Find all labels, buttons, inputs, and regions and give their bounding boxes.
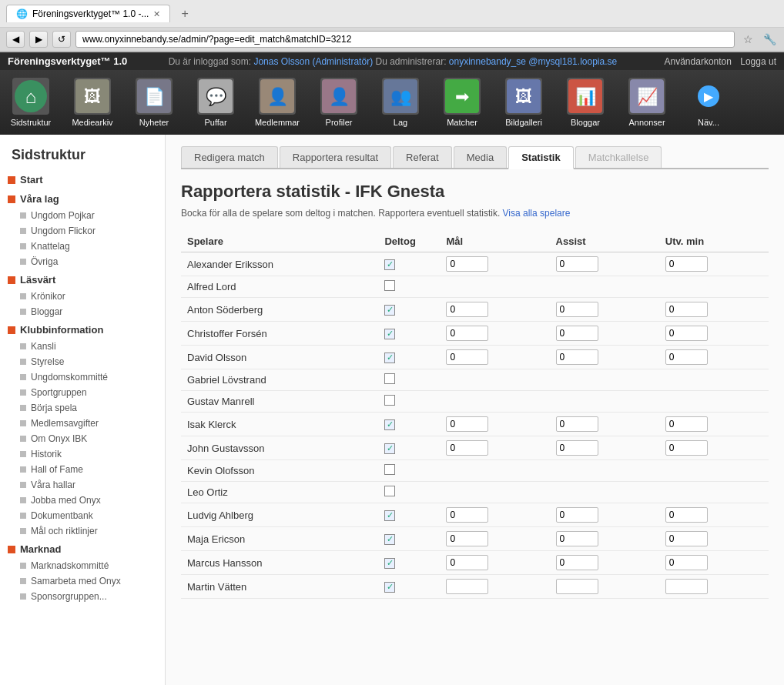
nav-item-bildgalleri[interactable]: 🖼Bildgalleri bbox=[493, 75, 554, 130]
utv-input-4[interactable] bbox=[665, 349, 708, 365]
assist-input-4[interactable] bbox=[556, 349, 598, 365]
mal-input-8[interactable] bbox=[446, 440, 488, 456]
nav-item-mediearkiv[interactable]: 🖼Mediearkiv bbox=[62, 75, 123, 130]
sidebar-item-sportgruppen[interactable]: Sportgruppen bbox=[0, 385, 165, 400]
mal-input-14[interactable] bbox=[446, 579, 488, 594]
utv-input-13[interactable] bbox=[665, 555, 708, 570]
bookmark-icon[interactable]: ☆ bbox=[739, 31, 756, 48]
sidebar-item-historik[interactable]: Historik bbox=[0, 446, 165, 462]
nav-item-medlemmar[interactable]: 👤Medlemmar bbox=[246, 75, 308, 130]
sidebar-item-om-onyx-ibk[interactable]: Om Onyx IBK bbox=[0, 431, 165, 446]
sidebar-item-kansli[interactable]: Kansli bbox=[0, 339, 165, 354]
assist-input-13[interactable] bbox=[556, 555, 598, 570]
sidebar-item-sponsorgruppen[interactable]: Sponsorgruppen... bbox=[0, 589, 165, 604]
utv-input-7[interactable] bbox=[665, 416, 708, 432]
sidebar-item-bloggar[interactable]: Bloggar bbox=[0, 304, 165, 319]
deltog-checkbox-1[interactable] bbox=[384, 280, 395, 291]
deltog-checkbox-2[interactable]: ✓ bbox=[384, 305, 395, 316]
mal-input-3[interactable] bbox=[446, 326, 488, 341]
assist-input-2[interactable] bbox=[556, 302, 598, 317]
sidebar-item-ovriga[interactable]: Övriga bbox=[0, 254, 165, 269]
deltog-checkbox-5[interactable] bbox=[384, 373, 395, 384]
assist-input-12[interactable] bbox=[556, 531, 598, 546]
user-accounts-link[interactable]: Användarkonton bbox=[665, 56, 732, 67]
sidebar-section-header-klubbinformation[interactable]: Klubbinformation bbox=[0, 321, 165, 339]
browser-tab[interactable]: 🌐 Föreningsverktyget™ 1.0 -... ✕ bbox=[6, 5, 170, 22]
back-button[interactable]: ◀ bbox=[6, 31, 25, 48]
utv-input-14[interactable] bbox=[665, 579, 708, 594]
user-name[interactable]: Jonas Olsson (Administratör) bbox=[253, 56, 373, 67]
sidebar-section-header-marknad[interactable]: Marknad bbox=[0, 540, 165, 558]
nav-item-bloggar[interactable]: 📊Bloggar bbox=[554, 75, 616, 130]
nav-item-nyheter[interactable]: 📄Nyheter bbox=[123, 75, 185, 130]
mal-input-13[interactable] bbox=[446, 555, 488, 570]
tab-statistik[interactable]: Statistik bbox=[508, 146, 574, 169]
sidebar-item-borja-spela[interactable]: Börja spela bbox=[0, 400, 165, 416]
tab-close-button[interactable]: ✕ bbox=[153, 9, 160, 19]
sidebar-item-samarbeta-med-onyx[interactable]: Samarbeta med Onyx bbox=[0, 573, 165, 589]
deltog-checkbox-10[interactable] bbox=[384, 486, 395, 496]
assist-input-0[interactable] bbox=[556, 256, 598, 272]
mal-input-7[interactable] bbox=[446, 416, 488, 432]
sidebar-item-knattelag[interactable]: Knattelag bbox=[0, 239, 165, 254]
nav-item-matcher[interactable]: ➡Matcher bbox=[431, 75, 493, 130]
sidebar-item-kronikor[interactable]: Krönikor bbox=[0, 289, 165, 304]
assist-input-11[interactable] bbox=[556, 507, 598, 523]
sidebar-item-dokumentbank[interactable]: Dokumentbank bbox=[0, 508, 165, 523]
nav-item-lag[interactable]: 👥Lag bbox=[370, 75, 431, 130]
nav-item-puffar[interactable]: 💬Puffar bbox=[185, 75, 246, 130]
deltog-checkbox-6[interactable] bbox=[384, 395, 395, 406]
sidebar-section-header-lasvart[interactable]: Läsvärt bbox=[0, 271, 165, 289]
sidebar-item-medlemsavgifter[interactable]: Medlemsavgifter bbox=[0, 416, 165, 431]
assist-input-3[interactable] bbox=[556, 326, 598, 341]
nav-item-annonser[interactable]: 📈Annonser bbox=[616, 75, 678, 130]
new-tab-button[interactable]: + bbox=[176, 7, 193, 21]
deltog-checkbox-0[interactable]: ✓ bbox=[384, 259, 395, 270]
deltog-checkbox-11[interactable]: ✓ bbox=[384, 510, 395, 521]
utv-input-2[interactable] bbox=[665, 302, 708, 317]
sidebar-item-styrelse[interactable]: Styrelse bbox=[0, 354, 165, 369]
sidebar-item-jobba-med-onyx[interactable]: Jobba med Onyx bbox=[0, 493, 165, 508]
tab-media[interactable]: Media bbox=[454, 146, 507, 168]
nav-item-nav-more[interactable]: ▶Näv... bbox=[678, 75, 739, 130]
mal-input-4[interactable] bbox=[446, 349, 488, 365]
sidebar-item-ungdomskommitte[interactable]: Ungdomskommitté bbox=[0, 369, 165, 385]
utv-input-8[interactable] bbox=[665, 440, 708, 456]
mal-input-12[interactable] bbox=[446, 531, 488, 546]
deltog-checkbox-3[interactable]: ✓ bbox=[384, 329, 395, 339]
tab-referat[interactable]: Referat bbox=[393, 146, 452, 168]
deltog-checkbox-13[interactable]: ✓ bbox=[384, 558, 395, 569]
sidebar-item-ungdom-flickor[interactable]: Ungdom Flickor bbox=[0, 223, 165, 239]
nav-item-sidstruktur[interactable]: ⌂Sidstruktur bbox=[0, 75, 62, 130]
mal-input-2[interactable] bbox=[446, 302, 488, 317]
deltog-checkbox-7[interactable]: ✓ bbox=[384, 419, 395, 430]
sidebar-section-header-vara-lag[interactable]: Våra lag bbox=[0, 190, 165, 208]
utv-input-12[interactable] bbox=[665, 531, 708, 546]
deltog-checkbox-9[interactable] bbox=[384, 464, 395, 475]
visa-alla-link[interactable]: Visa alla spelare bbox=[503, 208, 571, 219]
sidebar-item-vara-hallar[interactable]: Våra hallar bbox=[0, 477, 165, 493]
sidebar-section-header-start[interactable]: Start bbox=[0, 171, 165, 189]
logout-link[interactable]: Logga ut bbox=[740, 56, 776, 67]
assist-input-7[interactable] bbox=[556, 416, 598, 432]
deltog-checkbox-14[interactable]: ✓ bbox=[384, 582, 395, 593]
tab-rapportera-resultat[interactable]: Rapportera resultat bbox=[280, 146, 391, 168]
forward-button[interactable]: ▶ bbox=[29, 31, 48, 48]
utv-input-3[interactable] bbox=[665, 326, 708, 341]
assist-input-8[interactable] bbox=[556, 440, 598, 456]
utv-input-11[interactable] bbox=[665, 507, 708, 523]
sidebar-item-mal-och-riktlinjer[interactable]: Mål och riktlinjer bbox=[0, 523, 165, 539]
assist-input-14[interactable] bbox=[556, 579, 598, 594]
sidebar-item-marknadskommitte[interactable]: Marknadskommitté bbox=[0, 558, 165, 573]
deltog-checkbox-12[interactable]: ✓ bbox=[384, 534, 395, 545]
tab-redigera-match[interactable]: Redigera match bbox=[181, 146, 278, 168]
mal-input-0[interactable] bbox=[446, 256, 488, 272]
deltog-checkbox-4[interactable]: ✓ bbox=[384, 353, 395, 363]
nav-item-profiler[interactable]: 👤Profiler bbox=[308, 75, 370, 130]
admin-name[interactable]: onyxinnebandy_se @mysql181.loopia.se bbox=[449, 56, 617, 67]
deltog-checkbox-8[interactable]: ✓ bbox=[384, 443, 395, 454]
sidebar-item-ungdom-pojkar[interactable]: Ungdom Pojkar bbox=[0, 208, 165, 223]
utv-input-0[interactable] bbox=[665, 256, 708, 272]
sidebar-item-hall-of-fame[interactable]: Hall of Fame bbox=[0, 462, 165, 477]
url-bar[interactable] bbox=[75, 31, 735, 48]
